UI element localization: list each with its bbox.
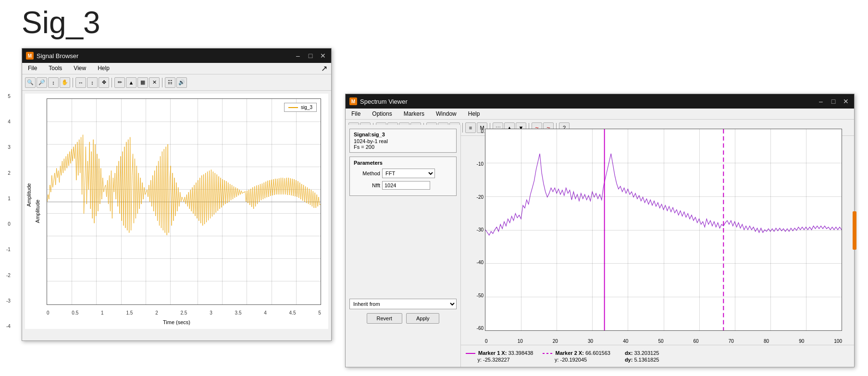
toolbar-sep-3: [162, 78, 162, 87]
close-button[interactable]: ✕: [319, 52, 327, 60]
minimize-button[interactable]: –: [294, 52, 302, 60]
draw-button[interactable]: ✏: [114, 77, 125, 88]
peak-button[interactable]: ▲: [126, 77, 136, 88]
signal-browser-titlebar: M Signal Browser – □ ✕: [22, 49, 331, 63]
signal-info-box: Signal:sig_3 1024-by-1 real Fs = 200: [349, 129, 457, 153]
spectrum-titlebar-left: M Spectrum Viewer: [349, 97, 408, 105]
pan-button[interactable]: ↕: [48, 77, 59, 88]
menu-view[interactable]: View: [72, 64, 88, 73]
spectrum-minimize-button[interactable]: –: [817, 97, 825, 105]
method-row: Method FFT: [354, 169, 452, 178]
legend-line: [288, 107, 298, 108]
inherit-select[interactable]: Inherit from: [349, 299, 457, 309]
spectrum-titlebar: M Spectrum Viewer – □ ✕: [346, 94, 854, 109]
x-axis-label: Time (secs): [25, 319, 328, 325]
grid-button[interactable]: ☷: [165, 77, 175, 88]
marker2-x-label: Marker 2 X: 66.601563: [543, 350, 610, 356]
marker2-x-header: Marker 2 X: 66.601563: [556, 350, 610, 356]
inherit-section: Inherit from: [349, 297, 457, 309]
legend-label: sig_3: [301, 105, 312, 110]
signal-plot-container: sig_3 5 4 3 2 1 0 -1 -2 -3 -4 Amplitude …: [25, 94, 328, 329]
signal-browser-window: M Signal Browser – □ ✕ File Tools View H…: [22, 48, 332, 341]
marker2-y: y: -20.192045: [543, 357, 610, 363]
sidebar-buttons: Revert Apply: [349, 313, 457, 324]
spectrum-titlebar-controls[interactable]: – □ ✕: [817, 97, 850, 105]
menu-tools[interactable]: Tools: [47, 64, 64, 73]
revert-button[interactable]: Revert: [367, 313, 402, 324]
spectrum-menu-help[interactable]: Help: [466, 109, 482, 118]
apply-button[interactable]: Apply: [406, 313, 440, 324]
signal-browser-toolbar: 🔍 🔎 ↕ ✋ ↔ ↕ ✥ ✏ ▲ ▦ ✕ ☷ 🔊: [22, 74, 331, 91]
speaker-button[interactable]: 🔊: [176, 77, 187, 88]
nfft-row: Nfft: [354, 181, 452, 190]
signal-info-title: Signal:sig_3: [354, 132, 452, 137]
titlebar-left: M Signal Browser: [26, 52, 78, 60]
marker-info-bar: Marker 1 X: 33.398438 y: -25.328227 Mark…: [461, 345, 854, 367]
marker1-line-icon: [466, 353, 475, 354]
fit-horiz-button[interactable]: ↔: [75, 77, 86, 88]
spectrum-menubar: File Options Markers Window Help: [346, 109, 854, 120]
signal-legend: sig_3: [284, 103, 317, 112]
method-label: Method: [354, 170, 380, 176]
dx-row: dx: 33.203125: [625, 350, 659, 356]
undock-button[interactable]: ↗: [321, 64, 327, 73]
delete-button[interactable]: ✕: [149, 77, 160, 88]
matlab-icon: M: [26, 52, 34, 60]
signal-browser-title: Signal Browser: [37, 52, 78, 60]
spectrum-close-button[interactable]: ✕: [842, 97, 850, 105]
params-title: Parameters: [354, 160, 452, 166]
spectrum-x-axis: 0 10 20 30 40 50 60 70 80 90 100: [485, 337, 842, 344]
marker2-section: Marker 2 X: 66.601563 y: -20.192045: [543, 350, 610, 363]
toolbar-sep-1: [73, 78, 73, 87]
spectrum-menu-window[interactable]: Window: [434, 109, 459, 118]
page-title: Sig_3: [22, 5, 100, 40]
spectrum-sidebar: Signal:sig_3 1024-by-1 real Fs = 200 Par…: [346, 125, 461, 367]
hand-button[interactable]: ✋: [60, 77, 70, 88]
fit-all-button[interactable]: ✥: [99, 77, 109, 88]
spectrum-plot-area: FFT Spectrum Estimate 0 -10 -20 -30 -40 …: [461, 125, 854, 367]
signal-info-line2: Fs = 200: [354, 144, 452, 150]
spectrum-y-axis: 0 -10 -20 -30 -40 -50 -60: [461, 129, 485, 331]
marker1-section: Marker 1 X: 33.398438 y: -25.328227: [466, 350, 533, 363]
spectrum-menu-options[interactable]: Options: [370, 109, 394, 118]
signal-waveform: [47, 99, 321, 304]
menu-help[interactable]: Help: [96, 64, 112, 73]
spectrum-menu-markers[interactable]: Markers: [402, 109, 426, 118]
fit-vert-button[interactable]: ↕: [87, 77, 98, 88]
menu-file[interactable]: File: [26, 64, 39, 73]
method-select[interactable]: FFT: [382, 169, 435, 178]
toolbar-sep-2: [112, 78, 112, 87]
zoom-out-button[interactable]: 🔎: [37, 77, 47, 88]
signal-y-axis: 5 4 3 2 1 0 -1 -2 -3 -4: [5, 94, 12, 329]
dy-row: dy: 5.1361825: [625, 357, 659, 363]
signal-browser-menubar: File Tools View Help ↗: [22, 63, 331, 74]
spectrum-maximize-button[interactable]: □: [829, 97, 838, 105]
spectrum-plot-inner[interactable]: [485, 129, 842, 331]
y-axis-label: Amplitude: [35, 200, 40, 223]
signal-plot-area[interactable]: sig_3: [47, 98, 321, 305]
spectrum-menu-file[interactable]: File: [349, 109, 362, 118]
nfft-input[interactable]: [382, 181, 430, 190]
zoom-in-button[interactable]: 🔍: [25, 77, 36, 88]
marker1-x-header: Marker 1 X: 33.398438: [478, 350, 533, 356]
y-axis-label2: Amplitude: [26, 183, 32, 207]
signal-x-axis: 0 0.5 1 1.5 2 2.5 3 3.5 4 4.5 5: [47, 310, 321, 315]
spectrum-viewer-window: M Spectrum Viewer – □ ✕ File Options Mar…: [345, 94, 855, 367]
spectrum-matlab-icon: M: [349, 97, 357, 105]
signal-info-line1: 1024-by-1 real: [354, 138, 452, 144]
nfft-label: Nfft: [354, 182, 380, 188]
maximize-button[interactable]: □: [306, 52, 315, 60]
delta-section: dx: 33.203125 dy: 5.1361825: [625, 350, 659, 363]
params-box: Parameters Method FFT Nfft: [349, 157, 457, 196]
titlebar-controls[interactable]: – □ ✕: [294, 52, 327, 60]
marker1-y: y: -25.328227: [466, 357, 533, 363]
select-button[interactable]: ▦: [137, 77, 148, 88]
marker2-line-icon: [543, 353, 552, 354]
marker1-x-label: Marker 1 X: 33.398438: [466, 350, 533, 356]
spectrum-viewer-title: Spectrum Viewer: [360, 98, 408, 105]
